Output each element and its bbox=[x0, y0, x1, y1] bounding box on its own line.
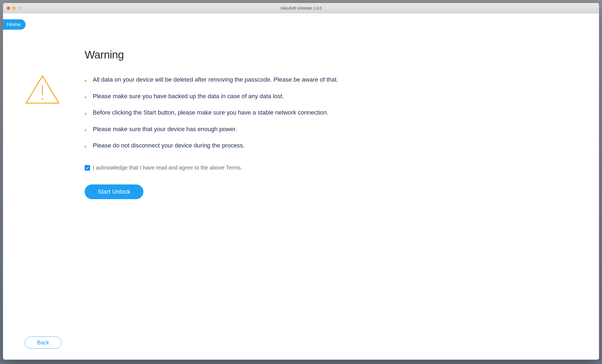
main-content: Warning All data on your device will be … bbox=[85, 49, 583, 199]
bullet-icon bbox=[85, 146, 86, 147]
window-title: UkeySoft Unlocker 1.0.0 bbox=[281, 6, 322, 10]
list-item-text: Please make sure that your device has en… bbox=[93, 125, 237, 133]
page-title: Warning bbox=[85, 49, 583, 61]
bullet-icon bbox=[85, 113, 86, 115]
list-item-text: Please do not disconnect your device dur… bbox=[93, 142, 245, 150]
svg-point-1 bbox=[42, 98, 43, 100]
close-window-button[interactable] bbox=[7, 7, 10, 10]
list-item: Before clicking the Start button, please… bbox=[85, 109, 583, 117]
checkmark-icon bbox=[85, 166, 89, 170]
traffic-lights bbox=[3, 7, 21, 10]
list-item: Please make sure that your device has en… bbox=[85, 125, 583, 133]
list-item-text: Before clicking the Start button, please… bbox=[93, 109, 328, 117]
home-tab[interactable]: Home bbox=[3, 19, 26, 30]
back-button[interactable]: Back bbox=[25, 337, 61, 349]
list-item: Please make sure you have backed up the … bbox=[85, 92, 583, 100]
app-window: UkeySoft Unlocker 1.0.0 Home Warning All… bbox=[3, 3, 599, 360]
titlebar: UkeySoft Unlocker 1.0.0 bbox=[3, 3, 599, 13]
warning-icon bbox=[25, 75, 60, 107]
acknowledge-row: I acknowledge that I have read and agree… bbox=[85, 165, 583, 171]
minimize-window-button[interactable] bbox=[12, 7, 16, 10]
bullet-icon bbox=[85, 129, 86, 131]
acknowledge-label: I acknowledge that I have read and agree… bbox=[93, 165, 242, 171]
content-area: Home Warning All data on your device wil… bbox=[3, 13, 599, 360]
list-item-text: Please make sure you have backed up the … bbox=[93, 92, 284, 100]
acknowledge-checkbox[interactable] bbox=[85, 165, 90, 171]
list-item-text: All data on your device will be deleted … bbox=[93, 76, 338, 84]
list-item: Please do not disconnect your device dur… bbox=[85, 142, 583, 150]
maximize-window-button[interactable] bbox=[18, 7, 21, 10]
bullet-icon bbox=[85, 97, 86, 98]
warning-list: All data on your device will be deleted … bbox=[85, 76, 583, 150]
bullet-icon bbox=[85, 80, 86, 82]
start-unlock-button[interactable]: Start Unlock bbox=[85, 184, 143, 199]
list-item: All data on your device will be deleted … bbox=[85, 76, 583, 84]
